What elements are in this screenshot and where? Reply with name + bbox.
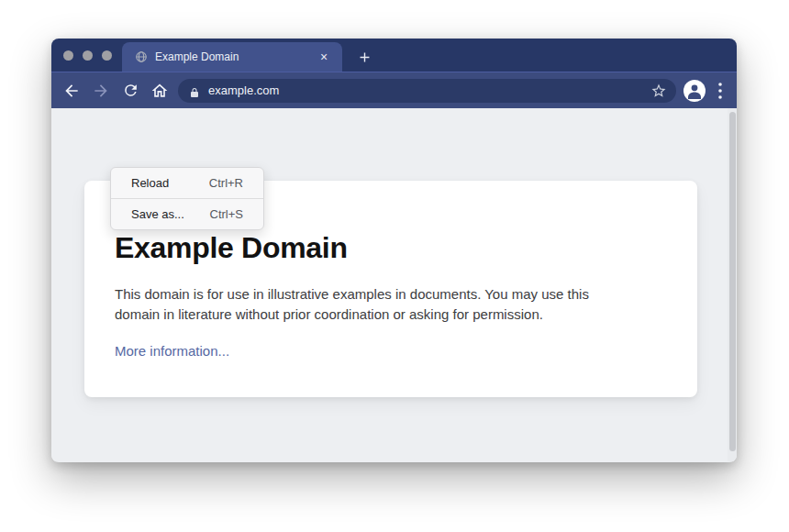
menu-item-label: Reload [131,176,169,190]
scrollbar-thumb[interactable] [729,112,736,451]
scrollbar-track [728,108,737,461]
page-title: Example Domain [115,231,661,265]
three-dots-icon [717,80,723,102]
window-zoom-button[interactable] [102,50,112,61]
page-viewport: Example Domain This domain is for use in… [51,108,737,461]
reload-button[interactable] [119,80,141,102]
globe-favicon-icon [135,50,148,63]
url-text: example.com [208,83,650,97]
new-tab-button[interactable] [354,47,374,67]
tab-title: Example Domain [155,50,317,63]
lock-icon [189,85,200,96]
context-menu: Reload Ctrl+R Save as... Ctrl+S [110,167,264,230]
arrow-left-icon [62,82,81,100]
window-close-button[interactable] [63,50,73,61]
arrow-right-icon [92,82,110,100]
reload-icon [122,82,139,99]
tab-strip: Example Domain × [51,39,737,72]
address-bar[interactable]: example.com [178,79,676,103]
browser-window: Example Domain × [51,39,737,462]
browser-toolbar: example.com [51,72,737,108]
window-minimize-button[interactable] [83,50,93,61]
browser-menu-button[interactable] [713,80,728,102]
context-menu-item-save-as[interactable]: Save as... Ctrl+S [111,199,263,229]
forward-button[interactable] [90,80,112,102]
tab-example-domain[interactable]: Example Domain × [122,42,342,72]
tab-close-icon[interactable]: × [317,50,331,64]
more-information-link[interactable]: More information... [115,343,229,359]
menu-item-label: Save as... [131,207,184,221]
profile-avatar[interactable] [683,80,706,102]
menu-item-shortcut: Ctrl+S [210,207,243,221]
home-button[interactable] [149,80,171,102]
back-button[interactable] [61,80,83,102]
menu-item-shortcut: Ctrl+R [209,176,243,190]
bookmark-star-icon[interactable] [650,83,667,99]
person-icon [683,80,706,102]
window-controls [63,50,112,61]
home-icon [150,82,169,100]
page-paragraph: This domain is for use in illustrative e… [115,284,661,325]
plus-icon [357,50,372,65]
context-menu-item-reload[interactable]: Reload Ctrl+R [111,168,263,198]
